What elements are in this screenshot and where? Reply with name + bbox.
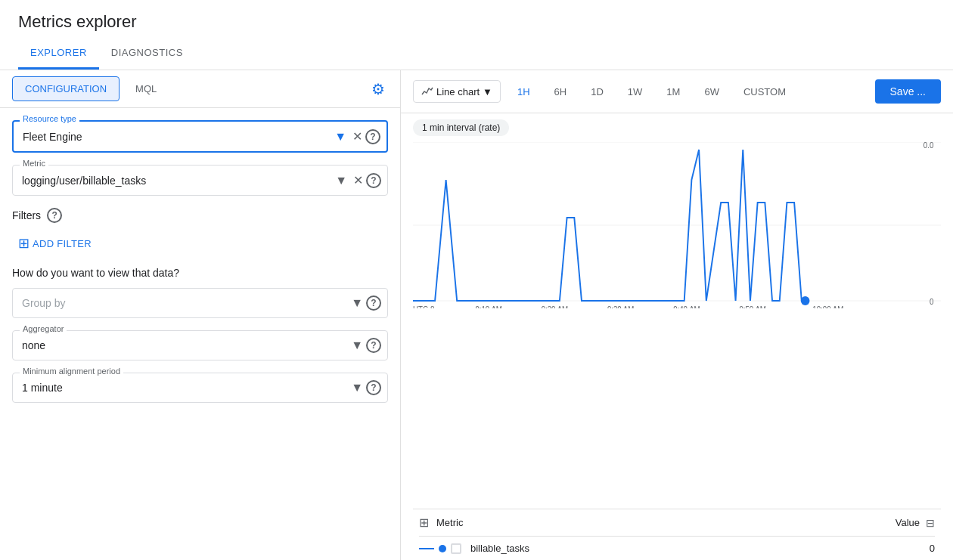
- chart-cursor-dot: [801, 296, 810, 305]
- main-content: CONFIGURATION MQL ⚙ Resource type Fleet …: [0, 70, 953, 560]
- panel-tabs: CONFIGURATION MQL ⚙: [0, 70, 400, 108]
- time-btn-6w[interactable]: 6W: [697, 82, 727, 102]
- svg-text:9:30 AM: 9:30 AM: [607, 305, 634, 308]
- metric-field: Metric logging/user/billable_tasks ▼ ✕ ?: [12, 165, 388, 196]
- app-container: Metrics explorer EXPLORER DIAGNOSTICS CO…: [0, 0, 953, 560]
- app-title: Metrics explorer: [0, 0, 953, 38]
- nav-tab-diagnostics[interactable]: DIAGNOSTICS: [99, 38, 195, 70]
- gear-button[interactable]: ⚙: [368, 77, 388, 101]
- group-by-dropdown-btn[interactable]: ▼: [348, 295, 366, 311]
- metric-label: Metric: [20, 159, 48, 168]
- min-alignment-select[interactable]: 1 minute ▼ ?: [12, 373, 388, 403]
- aggregator-value: none: [22, 339, 348, 351]
- min-alignment-value: 1 minute: [22, 382, 348, 394]
- svg-text:UTC-8: UTC-8: [413, 305, 435, 308]
- chart-type-label: Line chart: [436, 86, 480, 97]
- time-btn-1h[interactable]: 1H: [510, 82, 538, 102]
- svg-text:9:50 AM: 9:50 AM: [739, 305, 765, 308]
- interval-badge: 1 min interval (rate): [413, 119, 509, 136]
- metric-clear-btn[interactable]: ✕: [350, 172, 366, 189]
- metric-value: logging/user/billable_tasks: [22, 175, 332, 187]
- svg-text:9:40 AM: 9:40 AM: [673, 305, 700, 308]
- legend-table: ⊞ Metric Value ⊟ bill: [413, 509, 941, 560]
- min-alignment-label: Minimum alignment period: [20, 367, 123, 376]
- metric-help-btn[interactable]: ?: [366, 173, 381, 188]
- legend-col-icon: ⊟: [926, 517, 935, 529]
- svg-text:10:00 AM: 10:00 AM: [812, 305, 843, 308]
- legend-line-indicator: [419, 548, 434, 549]
- group-by-select[interactable]: Group by ▼ ?: [12, 288, 388, 318]
- resource-type-field: Resource type Fleet Engine ▼ ✕ ?: [12, 120, 388, 153]
- resource-type-select[interactable]: Fleet Engine ▼ ✕ ?: [12, 120, 388, 153]
- right-panel: Line chart ▼ 1H 6H 1D 1W 1M 6W CUSTOM Sa…: [401, 70, 953, 560]
- resource-type-clear-btn[interactable]: ✕: [349, 128, 365, 145]
- legend-row: billable_tasks 0: [419, 537, 935, 560]
- legend-value-header: Value: [896, 517, 920, 528]
- panel-scroll: Resource type Fleet Engine ▼ ✕ ? Metric …: [0, 108, 400, 560]
- add-filter-icon: ⊞: [18, 235, 29, 252]
- legend-color-dot: [439, 545, 446, 552]
- aggregator-select[interactable]: none ▼ ?: [12, 330, 388, 360]
- legend-header: ⊞ Metric Value ⊟: [419, 509, 935, 537]
- min-alignment-dropdown-btn[interactable]: ▼: [348, 379, 366, 396]
- resource-type-help-btn[interactable]: ?: [365, 129, 380, 144]
- chart-type-dropdown-icon: ▼: [483, 86, 492, 97]
- add-filter-label: ADD FILTER: [33, 238, 92, 249]
- time-btn-1w[interactable]: 1W: [620, 82, 650, 102]
- chart-toolbar: Line chart ▼ 1H 6H 1D 1W 1M 6W CUSTOM Sa…: [401, 70, 953, 113]
- chart-area: 1 min interval (rate) 0.0 0: [401, 113, 953, 560]
- tab-mql[interactable]: MQL: [123, 76, 169, 101]
- svg-text:0.0: 0.0: [924, 142, 934, 150]
- filters-row: Filters ?: [12, 208, 388, 223]
- aggregator-dropdown-btn[interactable]: ▼: [348, 337, 366, 354]
- aggregator-label: Aggregator: [20, 324, 67, 333]
- metric-select[interactable]: logging/user/billable_tasks ▼ ✕ ?: [12, 165, 388, 196]
- time-btn-custom[interactable]: CUSTOM: [736, 82, 793, 102]
- aggregator-help-btn[interactable]: ?: [366, 338, 381, 353]
- view-section-heading: How do you want to view that data?: [12, 267, 388, 279]
- line-chart-icon: [421, 85, 433, 97]
- chart-type-select[interactable]: Line chart ▼: [413, 80, 501, 103]
- gear-icon: ⚙: [371, 81, 385, 97]
- nav-tab-explorer[interactable]: EXPLORER: [18, 38, 99, 70]
- time-btn-1m[interactable]: 1M: [659, 82, 688, 102]
- add-filter-button[interactable]: ⊞ ADD FILTER: [12, 232, 98, 255]
- svg-text:9:20 AM: 9:20 AM: [542, 305, 568, 308]
- legend-metric-value: 0: [889, 543, 935, 554]
- min-alignment-help-btn[interactable]: ?: [366, 380, 381, 395]
- left-panel: CONFIGURATION MQL ⚙ Resource type Fleet …: [0, 70, 401, 560]
- time-btn-6h[interactable]: 6H: [547, 82, 575, 102]
- legend-metric-name: billable_tasks: [470, 543, 889, 554]
- filters-label: Filters: [12, 209, 41, 221]
- chart-svg: 0.0 0 UTC-8 9:10 AM 9:20 AM 9:30 AM 9:40…: [413, 142, 941, 308]
- resource-type-value: Fleet Engine: [23, 131, 331, 143]
- chart-svg-container: 0.0 0 UTC-8 9:10 AM 9:20 AM 9:30 AM 9:40…: [413, 142, 941, 509]
- time-btn-1d[interactable]: 1D: [583, 82, 611, 102]
- svg-text:9:10 AM: 9:10 AM: [475, 305, 501, 308]
- grid-icon: ⊞: [419, 515, 429, 530]
- resource-type-label: Resource type: [20, 114, 79, 123]
- group-by-placeholder: Group by: [22, 297, 348, 309]
- save-button[interactable]: Save ...: [875, 79, 941, 104]
- group-by-help-btn[interactable]: ?: [366, 295, 381, 311]
- legend-checkbox[interactable]: [451, 543, 461, 554]
- legend-metric-col-header: ⊞ Metric: [419, 515, 896, 530]
- filters-help-icon[interactable]: ?: [47, 208, 62, 223]
- aggregator-field: Aggregator none ▼ ?: [12, 330, 388, 360]
- tab-configuration[interactable]: CONFIGURATION: [12, 76, 120, 101]
- resource-type-dropdown-btn[interactable]: ▼: [331, 128, 349, 145]
- top-nav: EXPLORER DIAGNOSTICS: [0, 38, 953, 70]
- min-alignment-field: Minimum alignment period 1 minute ▼ ?: [12, 373, 388, 403]
- metric-dropdown-btn[interactable]: ▼: [332, 172, 350, 189]
- svg-text:0: 0: [930, 298, 934, 306]
- legend-metric-header: Metric: [436, 517, 463, 528]
